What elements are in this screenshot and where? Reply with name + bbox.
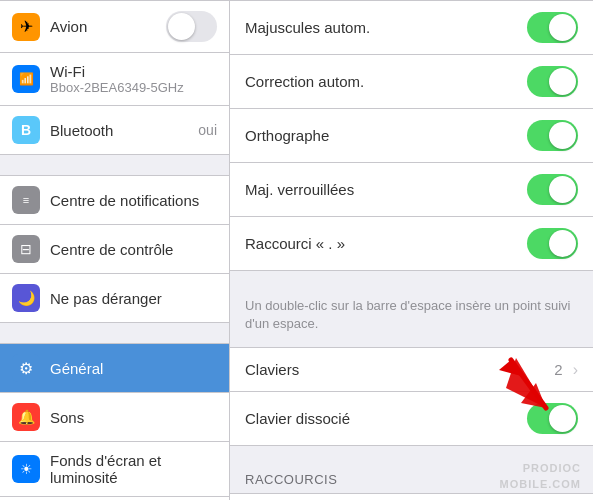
sidebar-item-notifications[interactable]: ≡ Centre de notifications [0,176,229,225]
sidebar-item-bluetooth[interactable]: B Bluetooth oui [0,106,229,154]
claviers-value: 2 [554,361,562,378]
watermark: PRODIOC MOBILE.COM [500,461,582,492]
sidebar-item-wifi-sublabel: Bbox-2BEA6349-5GHz [50,80,217,95]
sidebar-item-bluetooth-label: Bluetooth [50,122,198,139]
sidebar-group-system: ≡ Centre de notifications ⊟ Centre de co… [0,175,229,323]
notifications-icon: ≡ [12,186,40,214]
majuscules-row: Majuscules autom. [230,1,593,55]
sidebar-item-control-center[interactable]: ⊟ Centre de contrôle [0,225,229,274]
correction-label: Correction autom. [245,73,527,90]
sidebar-item-ne-pas-deranger[interactable]: 🌙 Ne pas déranger [0,274,229,322]
clavier-dissocie-label: Clavier dissocié [245,410,527,427]
sidebar-item-general-label: Général [50,360,217,377]
sidebar-item-ne-pas-deranger-label: Ne pas déranger [50,290,217,307]
maj-verrouillees-toggle[interactable] [527,174,578,205]
wifi-icon: 📶 [12,65,40,93]
sidebar-group-connectivity: ✈ Avion 📶 Wi-Fi Bbox-2BEA6349-5GHz B Blu… [0,0,229,155]
fonds-ecran-icon: ☀ [12,455,40,483]
sidebar-item-sons[interactable]: 🔔 Sons [0,393,229,442]
sidebar-item-general[interactable]: ⚙ Général [0,344,229,393]
raccourci-toggle[interactable] [527,228,578,259]
sidebar-item-notifications-label: Centre de notifications [50,192,217,209]
sidebar-item-fonds-ecran[interactable]: ☀ Fonds d'écran et luminosité [0,442,229,497]
orthographe-toggle[interactable] [527,120,578,151]
claviers-row[interactable]: Claviers 2 › [230,348,593,392]
raccourci-label: Raccourci « . » [245,235,527,252]
sidebar-item-fonds-ecran-label: Fonds d'écran et luminosité [50,452,217,486]
main-content: Majuscules autom. Correction autom. Orth… [230,0,593,500]
correction-toggle[interactable] [527,66,578,97]
avion-toggle[interactable] [166,11,217,42]
general-icon: ⚙ [12,354,40,382]
sidebar-item-avion-label: Avion [50,18,166,35]
orthographe-row: Orthographe [230,109,593,163]
watermark-line2: MOBILE.COM [500,477,582,492]
clavier-dissocie-row: Clavier dissocié [230,392,593,445]
orthographe-label: Orthographe [245,127,527,144]
sidebar-item-wifi[interactable]: 📶 Wi-Fi Bbox-2BEA6349-5GHz [0,53,229,106]
avion-icon: ✈ [12,13,40,41]
majuscules-label: Majuscules autom. [245,19,527,36]
maj-verrouillees-label: Maj. verrouillées [245,181,527,198]
bluetooth-icon: B [12,116,40,144]
majuscules-toggle[interactable] [527,12,578,43]
ajouter-raccourci-row[interactable]: Ajouter un raccourci… › [230,494,593,500]
maj-verrouillees-row: Maj. verrouillées [230,163,593,217]
sidebar-item-control-center-label: Centre de contrôle [50,241,217,258]
sidebar-item-bluetooth-value: oui [198,122,217,138]
claviers-label: Claviers [245,361,554,378]
raccourci-row: Raccourci « . » [230,217,593,270]
sidebar-group-preferences: ⚙ Général 🔔 Sons ☀ Fonds d'écran et lumi… [0,343,229,500]
claviers-chevron: › [573,361,578,379]
claviers-group: Claviers 2 › Clavier dissocié [230,347,593,446]
sidebar-item-sons-label: Sons [50,409,217,426]
sidebar-item-wifi-label: Wi-Fi [50,63,217,80]
raccourcis-group: Ajouter un raccourci… › [230,493,593,500]
correction-row: Correction autom. [230,55,593,109]
ne-pas-deranger-icon: 🌙 [12,284,40,312]
control-center-icon: ⊟ [12,235,40,263]
watermark-line1: PRODIOC [500,461,582,476]
sons-icon: 🔔 [12,403,40,431]
keyboard-note: Un double-clic sur la barre d'espace ins… [230,289,593,347]
keyboard-settings-group: Majuscules autom. Correction autom. Orth… [230,0,593,271]
sidebar: ✈ Avion 📶 Wi-Fi Bbox-2BEA6349-5GHz B Blu… [0,0,230,500]
sidebar-item-avion[interactable]: ✈ Avion [0,1,229,53]
clavier-dissocie-toggle[interactable] [527,403,578,434]
